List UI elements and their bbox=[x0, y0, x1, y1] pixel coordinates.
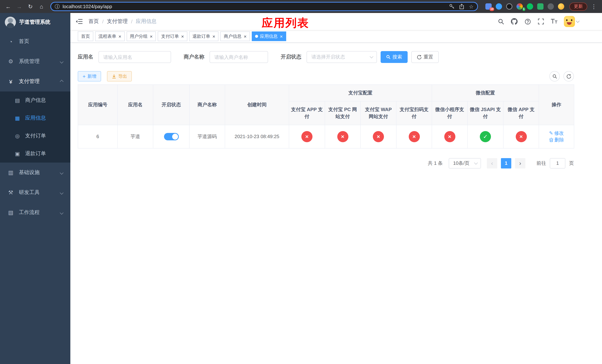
col-alipay-pc: 支付宝 PC 网站支付 bbox=[325, 101, 360, 125]
breadcrumb-home[interactable]: 首页 bbox=[88, 18, 99, 25]
trash-icon bbox=[549, 138, 553, 142]
url-bar[interactable]: localhost:1024/pay/app ☆ bbox=[50, 2, 478, 11]
active-tab-dot bbox=[255, 35, 258, 38]
refresh-button[interactable] bbox=[563, 71, 574, 81]
browser-back-icon[interactable]: ← bbox=[4, 0, 13, 13]
edit-link[interactable]: ✎ 修改 bbox=[549, 130, 564, 137]
sidebar-item-label: 工作流程 bbox=[19, 209, 40, 216]
tab-home[interactable]: 首页 bbox=[78, 32, 93, 41]
browser-chrome: ← → ↻ ⌂ localhost:1024/pay/app ☆ 10 1 bbox=[0, 0, 602, 13]
extension-icon[interactable]: 10 bbox=[485, 3, 492, 10]
bookmark-star-icon[interactable]: ☆ bbox=[469, 4, 473, 9]
fullscreen-icon[interactable] bbox=[534, 13, 548, 30]
browser-reload-icon[interactable]: ↻ bbox=[26, 0, 35, 13]
disabled-status-icon: × bbox=[516, 131, 527, 142]
cell-wechat-mini: × bbox=[432, 125, 467, 148]
header-bar: 首页 / 支付管理 / 应用信息 bbox=[70, 13, 602, 30]
sidebar-toggle-icon[interactable] bbox=[76, 19, 83, 24]
tab-close-icon[interactable]: × bbox=[213, 34, 215, 39]
search-icon[interactable] bbox=[494, 13, 508, 30]
sidebar-item-home[interactable]: ◔ 首页 bbox=[0, 32, 70, 52]
breadcrumb-payment[interactable]: 支付管理 bbox=[107, 18, 128, 25]
toggle-search-button[interactable] bbox=[549, 71, 560, 81]
card-icon: ▤ bbox=[14, 97, 21, 103]
tab-app-info[interactable]: 应用信息 × bbox=[252, 32, 286, 41]
status-toggle[interactable] bbox=[164, 133, 179, 140]
github-icon[interactable] bbox=[508, 13, 521, 30]
sidebar-item-merchant-info[interactable]: ▤ 商户信息 bbox=[0, 91, 70, 109]
sidebar-item-workflow[interactable]: ▧ 工作流程 bbox=[0, 203, 70, 223]
tab-close-icon[interactable]: × bbox=[118, 34, 121, 39]
sidebar-item-dev-tools[interactable]: ⚒ 研发工具 bbox=[0, 182, 70, 203]
tab-close-icon[interactable]: × bbox=[150, 34, 152, 39]
tab-process-form[interactable]: 流程表单 × bbox=[95, 32, 125, 41]
avatar[interactable] bbox=[564, 16, 575, 27]
extension-icon[interactable] bbox=[548, 3, 554, 10]
sidebar-item-label: 退款订单 bbox=[25, 150, 46, 157]
extension-icon[interactable] bbox=[558, 3, 564, 10]
extension-badge: 10 bbox=[489, 7, 494, 11]
tool-icon: ⚒ bbox=[7, 189, 14, 196]
tab-pay-order[interactable]: 支付订单 × bbox=[158, 32, 187, 41]
page-info-icon[interactable] bbox=[55, 4, 60, 9]
tab-close-icon[interactable]: × bbox=[244, 34, 247, 39]
col-wechat-app: 微信 APP 支付 bbox=[503, 101, 539, 125]
record-icon: ◎ bbox=[14, 133, 21, 139]
sidebar: 芋道管理系统 ◔ 首页 ⚙ 系统管理 ¥ 支付管理 bbox=[0, 13, 70, 364]
tab-label: 用户分组 bbox=[130, 33, 148, 39]
reset-button[interactable]: 重置 bbox=[411, 51, 439, 63]
search-button[interactable]: 搜索 bbox=[381, 51, 408, 63]
font-size-icon[interactable] bbox=[548, 13, 561, 30]
extension-icon[interactable] bbox=[496, 3, 502, 10]
prev-page-button[interactable]: ‹ bbox=[487, 158, 497, 168]
col-alipay-app: 支付宝 APP 支付 bbox=[289, 101, 325, 125]
sidebar-item-refund-order[interactable]: ▣ 退款订单 bbox=[0, 145, 70, 162]
search-form: 应用名 商户名称 开启状态 请选择开启状态 搜索 bbox=[78, 51, 574, 63]
tab-close-icon[interactable]: × bbox=[280, 34, 283, 39]
sidebar-item-pay-order[interactable]: ◎ 支付订单 bbox=[0, 127, 70, 145]
export-button[interactable]: 导出 bbox=[107, 71, 132, 81]
browser-forward-icon[interactable]: → bbox=[15, 0, 24, 13]
screen: ← → ↻ ⌂ localhost:1024/pay/app ☆ 10 1 bbox=[0, 0, 602, 364]
page-title: 应用列表 bbox=[262, 16, 309, 31]
cell-status bbox=[153, 125, 189, 148]
tab-user-group[interactable]: 用户分组 × bbox=[127, 32, 156, 41]
tab-refund-order[interactable]: 退款订单 × bbox=[189, 32, 219, 41]
sidebar-item-infrastructure[interactable]: ▥ 基础设施 bbox=[0, 162, 70, 182]
app-table: 应用编号 应用名 开启状态 商户名称 创建时间 支付宝配置 微信配置 操作 支付… bbox=[78, 85, 574, 148]
share-icon[interactable] bbox=[459, 3, 464, 10]
tab-merchant-info[interactable]: 商户信息 × bbox=[220, 32, 250, 41]
password-key-icon[interactable] bbox=[449, 4, 455, 9]
next-page-button[interactable]: › bbox=[515, 158, 525, 168]
status-select[interactable]: 请选择开启状态 bbox=[307, 51, 377, 63]
cell-wechat-app: × bbox=[503, 125, 539, 148]
extension-icon[interactable]: 1 bbox=[516, 3, 523, 10]
tab-close-icon[interactable]: × bbox=[181, 34, 184, 39]
col-created: 创建时间 bbox=[225, 85, 289, 125]
avatar-dropdown-icon[interactable] bbox=[576, 19, 580, 23]
help-icon[interactable] bbox=[521, 13, 534, 30]
sidebar-item-payment[interactable]: ¥ 支付管理 bbox=[0, 72, 70, 91]
chrome-update-button[interactable]: 更新 bbox=[570, 2, 587, 11]
delete-link[interactable]: 删除 bbox=[549, 137, 564, 143]
browser-home-icon[interactable]: ⌂ bbox=[37, 0, 46, 13]
sidebar-item-app-info[interactable]: ▦ 应用信息 bbox=[0, 109, 70, 127]
breadcrumb-separator: / bbox=[131, 19, 133, 24]
chevron-down-icon bbox=[60, 60, 64, 63]
extension-icon[interactable] bbox=[537, 3, 544, 10]
merchant-name-input[interactable] bbox=[210, 51, 268, 63]
page-number-button[interactable]: 1 bbox=[501, 158, 511, 168]
chevron-down-icon bbox=[370, 55, 373, 58]
extension-icon[interactable] bbox=[527, 3, 533, 10]
extension-icon[interactable] bbox=[506, 3, 512, 10]
sidebar-item-label: 支付订单 bbox=[25, 133, 46, 139]
browser-menu-icon[interactable]: ⋮ bbox=[589, 0, 598, 13]
cell-merchant: 芋道源码 bbox=[189, 125, 225, 148]
goto-page-input[interactable] bbox=[550, 158, 565, 168]
tab-label: 首页 bbox=[81, 33, 90, 39]
sidebar-item-system[interactable]: ⚙ 系统管理 bbox=[0, 52, 70, 72]
add-button[interactable]: + 新增 bbox=[78, 71, 101, 81]
tabs-bar: 首页 流程表单 × 用户分组 × 支付订单 × 退款订单 × bbox=[70, 30, 602, 43]
page-size-select[interactable]: 10条/页 bbox=[449, 158, 481, 168]
app-name-input[interactable] bbox=[98, 51, 171, 63]
